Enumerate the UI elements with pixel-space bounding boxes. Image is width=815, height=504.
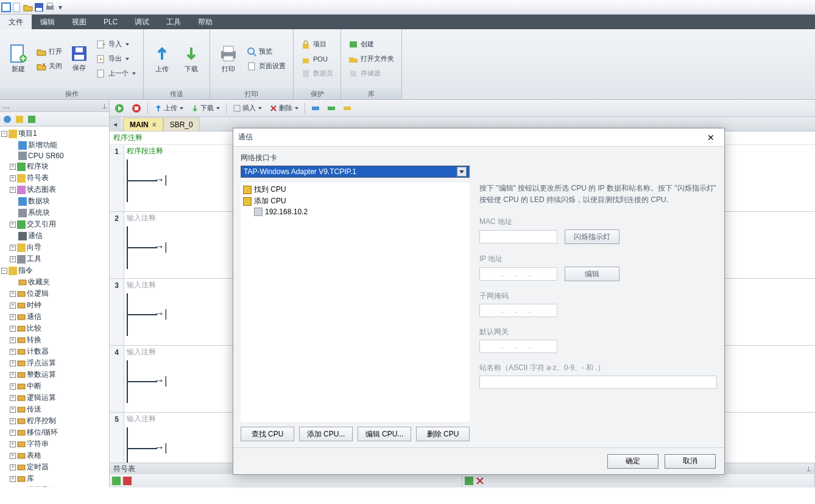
tb-misc2[interactable]: [325, 103, 338, 114]
tb-insert[interactable]: 插入: [230, 102, 264, 114]
stop-button[interactable]: [129, 102, 144, 114]
tb-upload[interactable]: 上传: [152, 102, 186, 114]
menu-file[interactable]: 文件: [0, 15, 32, 29]
pin-icon[interactable]: ⟂: [806, 464, 811, 473]
run-button[interactable]: [112, 102, 127, 114]
tree-instr-4[interactable]: +比较: [1, 323, 108, 334]
dialog-close-button[interactable]: ✕: [702, 131, 719, 144]
open-button[interactable]: 打开: [34, 45, 65, 58]
download-button[interactable]: 下载: [177, 43, 206, 75]
tb-misc3[interactable]: [340, 103, 354, 114]
cpu-list[interactable]: 找到 CPU 添加 CPU 192.168.10.2: [241, 183, 470, 422]
lib-create[interactable]: 创建: [346, 38, 397, 51]
save-icon[interactable]: [34, 2, 44, 12]
tree-instr-13[interactable]: +移位/循环: [1, 427, 108, 438]
find-cpu-button[interactable]: 查找 CPU: [241, 427, 294, 441]
sb-ic2[interactable]: [15, 114, 24, 124]
edit-cpu-button[interactable]: 编辑 CPU...: [358, 427, 411, 441]
tree-instr-5[interactable]: +转换: [1, 334, 108, 346]
cancel-button[interactable]: 取消: [665, 454, 716, 469]
chevron-down-icon[interactable]: [457, 167, 467, 177]
upload-button[interactable]: 上传: [147, 43, 177, 75]
tree-node-8[interactable]: 通信: [1, 230, 108, 242]
tree-instr-9[interactable]: +中断: [1, 380, 108, 392]
tree-node-10[interactable]: +工具: [1, 253, 108, 265]
menu-debug[interactable]: 调试: [126, 15, 158, 29]
tree-instr-2[interactable]: +时钟: [1, 299, 108, 311]
tb-download[interactable]: 下载: [188, 102, 222, 114]
mac-input[interactable]: [479, 230, 557, 243]
subnet-input[interactable]: . . .: [479, 304, 557, 317]
new-button[interactable]: 新建: [4, 43, 33, 75]
menu-plc[interactable]: PLC: [95, 15, 126, 29]
st-ic[interactable]: [123, 477, 132, 485]
tree-instr-8[interactable]: +整数运算: [1, 369, 108, 380]
delete-cpu-button[interactable]: 删除 CPU: [416, 427, 470, 441]
st-ic[interactable]: [112, 477, 121, 485]
ok-button[interactable]: 确定: [607, 454, 658, 469]
new-icon[interactable]: [12, 2, 22, 12]
edit-ip-button[interactable]: 编辑: [565, 267, 619, 281]
tree-node-1[interactable]: CPU SR60: [1, 151, 108, 161]
print-icon[interactable]: [45, 2, 55, 12]
menu-view[interactable]: 视图: [63, 15, 95, 29]
sb-ic3[interactable]: [27, 114, 37, 124]
tree-instr-15[interactable]: +表格: [1, 450, 108, 461]
print-button[interactable]: 打印: [214, 43, 243, 75]
vt-ic[interactable]: [465, 477, 473, 485]
nic-select[interactable]: TAP-Windows Adapter V9.TCPIP.1: [241, 166, 470, 178]
protect-project[interactable]: 项目: [298, 38, 336, 51]
tree-instr-12[interactable]: +程序控制: [1, 415, 108, 427]
tree-instr-16[interactable]: +定时器: [1, 461, 108, 473]
cpu-ip-item[interactable]: 192.168.10.2: [242, 207, 468, 217]
tree-node-9[interactable]: +向导: [1, 242, 108, 253]
tree-instr-17[interactable]: +库: [1, 473, 108, 485]
export-button[interactable]: 导出: [94, 52, 138, 66]
gateway-input[interactable]: . . .: [479, 340, 557, 353]
tree-instr-18[interactable]: +调用子例程: [1, 485, 108, 487]
tree-instr-1[interactable]: +位逻辑: [1, 288, 108, 299]
page-setup-button[interactable]: 页面设置: [244, 60, 288, 73]
lib-open-folder[interactable]: 打开文件夹: [346, 52, 397, 66]
preview-button[interactable]: 预览: [244, 45, 288, 58]
open-icon[interactable]: [23, 2, 33, 12]
protect-pou[interactable]: POU: [298, 52, 336, 66]
import-button[interactable]: 导入: [94, 38, 138, 51]
menu-edit[interactable]: 编辑: [32, 15, 63, 29]
menu-help[interactable]: 帮助: [189, 15, 221, 29]
save-button[interactable]: 保存: [67, 44, 91, 74]
menu-tools[interactable]: 工具: [158, 15, 189, 29]
blink-led-button[interactable]: 闪烁指示灯: [565, 229, 619, 244]
station-input[interactable]: [479, 376, 717, 389]
close-button[interactable]: 关闭: [34, 60, 65, 73]
tree-instr-11[interactable]: +传送: [1, 404, 108, 415]
close-icon[interactable]: ×: [152, 121, 157, 129]
tab-sbr0[interactable]: SBR_0: [163, 117, 200, 131]
add-cpu-button[interactable]: 添加 CPU...: [299, 427, 353, 441]
tree-node-5[interactable]: 数据块: [1, 195, 108, 207]
tree-project-root[interactable]: −项目1: [1, 128, 108, 139]
tree-node-3[interactable]: +符号表: [1, 172, 108, 184]
tb-delete[interactable]: 删除: [267, 102, 301, 114]
tab-scroll-left[interactable]: ◂: [110, 117, 121, 131]
tree-node-0[interactable]: 新增功能: [1, 139, 108, 151]
tab-main[interactable]: MAIN×: [123, 117, 163, 131]
tb-misc1[interactable]: [309, 103, 322, 114]
tree-instr-3[interactable]: +通信: [1, 311, 108, 323]
vt-ic[interactable]: [476, 477, 484, 485]
tree-instr-0[interactable]: 收藏夹: [1, 276, 108, 288]
tree-instr-7[interactable]: +浮点运算: [1, 357, 108, 369]
project-tree[interactable]: −项目1 新增功能CPU SR60+程序块+符号表+状态图表数据块系统块+交叉引…: [0, 127, 109, 487]
sb-ic1[interactable]: [2, 114, 12, 124]
qat-customize[interactable]: ▾: [56, 3, 65, 12]
tree-node-2[interactable]: +程序块: [1, 161, 108, 172]
tree-node-7[interactable]: +交叉引用: [1, 219, 108, 230]
prev-button[interactable]: 上一个: [94, 67, 138, 80]
tree-instr-6[interactable]: +计数器: [1, 346, 108, 357]
tree-instr-14[interactable]: +字符串: [1, 438, 108, 450]
tree-node-6[interactable]: 系统块: [1, 207, 108, 219]
ip-input[interactable]: . . .: [479, 267, 557, 281]
pin-icon[interactable]: ⟂: [102, 102, 107, 110]
cpu-add-row[interactable]: 添加 CPU: [242, 195, 468, 207]
tree-instr-root[interactable]: −指令: [1, 265, 108, 276]
